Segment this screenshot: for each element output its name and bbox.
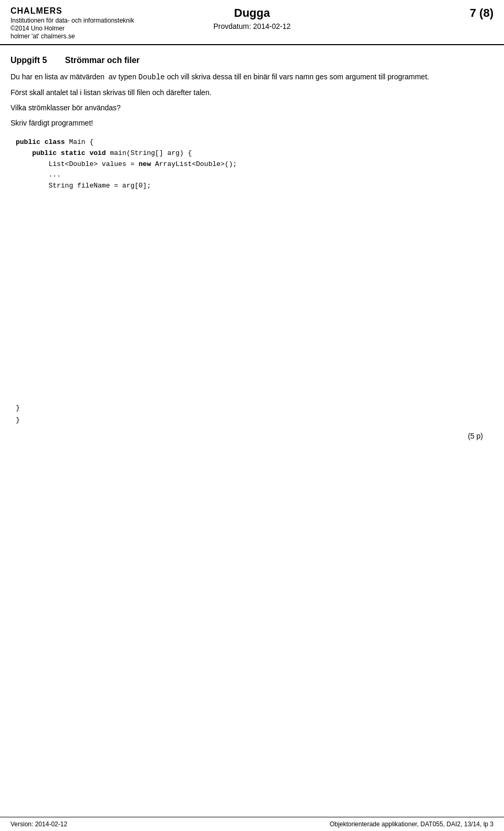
content: Uppgift 5 Strömmar och filer Du har en l… (0, 45, 504, 451)
code-line-1: public class Main { (16, 137, 494, 148)
code-line-3: List<Double> values = new ArrayList<Doub… (16, 159, 494, 170)
institution-name: Institutionen för data- och informations… (10, 17, 134, 24)
paragraph-4: Skriv färdigt programmet! (10, 118, 494, 129)
copyright: ©2014 Uno Holmer (10, 25, 134, 32)
keyword-void: void (89, 149, 106, 157)
header-center: Dugga Provdatum: 2014-02-12 (213, 6, 290, 30)
footer-course: Objektorienterade applikationer, DAT055,… (330, 820, 494, 828)
paragraph-2: Först skall antalet tal i listan skrivas… (10, 87, 494, 98)
keyword-new: new (139, 160, 151, 168)
school-name: CHALMERS (10, 6, 134, 16)
keyword-class: class (45, 138, 65, 146)
exam-title: Dugga (213, 6, 290, 20)
page-number: 7 (8) (470, 6, 494, 20)
page: CHALMERS Institutionen för data- och inf… (0, 0, 504, 831)
section-title: Uppgift 5 Strömmar och filer (10, 56, 494, 65)
keyword-static: static (61, 149, 86, 157)
task-number: Uppgift 5 (10, 56, 47, 65)
closing-braces: } } (16, 402, 494, 427)
keyword-public: public (16, 138, 40, 146)
footer-version: Version: 2014-02-12 (10, 820, 67, 828)
keyword-public2: public (32, 149, 57, 157)
exam-date: Provdatum: 2014-02-12 (213, 22, 290, 30)
task-title: Strömmar och filer (65, 56, 140, 65)
code-line-4: ... (16, 170, 494, 181)
header-left: CHALMERS Institutionen för data- och inf… (10, 6, 134, 40)
code-line-5: String fileName = arg[0]; (16, 181, 494, 192)
closing-brace-outer: } (16, 414, 494, 426)
points-label: (5 p) (10, 432, 483, 440)
paragraph-3: Vilka strömklasser bör användas? (10, 102, 494, 113)
code-line-2: public static void main(String[] arg) { (16, 148, 494, 159)
header: CHALMERS Institutionen för data- och inf… (0, 0, 504, 45)
closing-brace-inner: } (16, 402, 494, 414)
footer: Version: 2014-02-12 Objektorienterade ap… (0, 817, 504, 831)
paragraph-1: Du har en lista av mätvärden av typen Do… (10, 71, 494, 83)
inline-code-double: Double (139, 73, 165, 81)
code-block: public class Main { public static void m… (16, 137, 494, 192)
contact: holmer 'at' chalmers.se (10, 33, 134, 40)
